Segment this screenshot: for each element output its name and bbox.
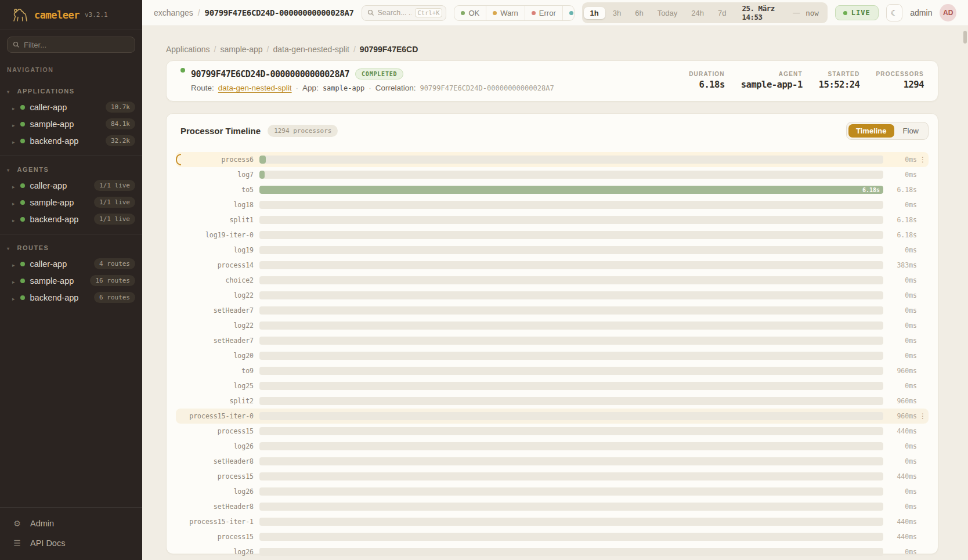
section-header[interactable]: AGENTS xyxy=(0,162,142,177)
timeline-row[interactable]: process15440ms xyxy=(176,529,929,544)
breadcrumb-link[interactable]: sample-app xyxy=(220,45,262,54)
status-dot-icon xyxy=(20,262,25,266)
timeline-row[interactable]: log19-iter-06.18s xyxy=(176,227,929,243)
sidebar: cameleer v3.2.1 NAVIGATION APPLICATIONSc… xyxy=(0,0,142,560)
chevron-right-icon xyxy=(12,102,15,113)
timeline-row[interactable]: split16.18s xyxy=(176,212,929,227)
range-24h[interactable]: 24h xyxy=(685,7,710,19)
sidebar-item-backend-app[interactable]: backend-app6 routes xyxy=(0,289,142,306)
duration-bar-track xyxy=(259,276,883,284)
timeline-row[interactable]: setHeader80ms xyxy=(176,499,929,514)
timeline-row[interactable]: log200ms xyxy=(176,348,929,363)
row-duration: 6.18s xyxy=(888,186,917,194)
sidebar-item-caller-app[interactable]: caller-app1/1 live xyxy=(0,177,142,194)
view-toggle-timeline[interactable]: Timeline xyxy=(848,124,894,138)
stat-label: AGENT xyxy=(779,71,803,77)
sidebar-filter[interactable] xyxy=(7,37,135,53)
status-dot-icon xyxy=(20,295,25,300)
duration-bar-track xyxy=(259,352,883,360)
processor-name: log19 xyxy=(176,246,259,254)
live-indicator[interactable]: LIVE xyxy=(835,5,879,20)
timeline-row[interactable]: log250ms xyxy=(176,378,929,393)
theme-toggle-button[interactable] xyxy=(886,4,903,21)
processor-name: log26 xyxy=(176,487,259,496)
timeline-row[interactable]: log220ms xyxy=(176,288,929,303)
sidebar-item-sample-app[interactable]: sample-app16 routes xyxy=(0,272,142,289)
section-header[interactable]: APPLICATIONS xyxy=(0,84,142,99)
breadcrumb-link[interactable]: data-gen-nested-split xyxy=(273,45,349,54)
timeline-row[interactable]: log190ms xyxy=(176,243,929,258)
filter-input[interactable] xyxy=(24,41,129,49)
live-label: LIVE xyxy=(851,9,871,17)
sidebar-item-caller-app[interactable]: caller-app10.7k xyxy=(0,99,142,115)
timeline-row[interactable]: log260ms xyxy=(176,439,929,454)
sidebar-item-caller-app[interactable]: caller-app4 routes xyxy=(0,255,142,272)
stat-started: STARTED15:52:24 xyxy=(819,71,860,90)
range-7d[interactable]: 7d xyxy=(711,7,732,19)
processor-name: log19-iter-0 xyxy=(176,231,259,239)
time-range-end[interactable]: now xyxy=(803,9,826,17)
search-input[interactable] xyxy=(378,9,411,17)
timeline-row[interactable]: process15-iter-1440ms xyxy=(176,514,929,529)
app-logo[interactable]: cameleer v3.2.1 xyxy=(0,0,142,30)
processor-name: to9 xyxy=(176,367,259,375)
route-link[interactable]: data-gen-nested-split xyxy=(218,84,292,92)
status-filter-ok[interactable]: OK xyxy=(454,6,486,20)
view-toggle-flow[interactable]: Flow xyxy=(895,124,926,138)
avatar[interactable]: AD xyxy=(940,4,956,21)
caret-down-icon xyxy=(7,88,10,95)
timeline-row[interactable]: log70ms xyxy=(176,167,929,182)
status-filter-warn[interactable]: Warn xyxy=(486,6,525,20)
timeline-row[interactable]: setHeader70ms xyxy=(176,333,929,348)
timeline-row[interactable]: process14383ms xyxy=(176,258,929,273)
sidebar-item-sample-app[interactable]: sample-app84.1k xyxy=(0,115,142,132)
row-duration: 0ms xyxy=(888,352,917,360)
status-filter-error[interactable]: Error xyxy=(525,6,562,20)
item-badge: 32.2k xyxy=(106,135,135,146)
breadcrumb-exchanges-link[interactable]: exchanges xyxy=(154,8,193,17)
row-menu-button[interactable] xyxy=(917,412,929,420)
list-icon xyxy=(13,539,21,548)
timeline-row[interactable]: choice20ms xyxy=(176,273,929,288)
timeline-row[interactable]: log220ms xyxy=(176,318,929,333)
sidebar-item-backend-app[interactable]: backend-app32.2k xyxy=(0,132,142,149)
row-duration: 0ms xyxy=(888,442,917,450)
timeline-row[interactable]: setHeader70ms xyxy=(176,303,929,318)
timeline-row[interactable]: setHeader80ms xyxy=(176,454,929,469)
row-menu-button[interactable] xyxy=(917,156,929,164)
breadcrumb-link[interactable]: Applications xyxy=(166,45,210,54)
username: admin xyxy=(910,8,932,17)
timeline-row[interactable]: process15440ms xyxy=(176,469,929,484)
timeline-row[interactable]: process15440ms xyxy=(176,424,929,439)
timeline-row[interactable]: split2960ms xyxy=(176,393,929,409)
timeline-row[interactable]: process15-iter-0960ms xyxy=(176,409,929,424)
duration-bar-track xyxy=(259,518,883,526)
timeline-row[interactable]: log180ms xyxy=(176,197,929,212)
range-1h[interactable]: 1h xyxy=(584,7,605,19)
stat-value: 6.18s xyxy=(699,80,725,90)
timeline-row[interactable]: to9960ms xyxy=(176,363,929,378)
timeline-row[interactable]: log260ms xyxy=(176,544,929,559)
time-range-start[interactable]: 25. März 14:53 xyxy=(734,4,790,21)
footer-item-admin[interactable]: Admin xyxy=(0,514,142,533)
sidebar-item-sample-app[interactable]: sample-app1/1 live xyxy=(0,194,142,211)
stat-value: sample-app-1 xyxy=(741,80,803,90)
duration-bar-track xyxy=(259,457,883,465)
timeline-row[interactable]: to56.18s6.18s xyxy=(176,182,929,197)
caret-down-icon xyxy=(7,166,10,173)
meta-separator xyxy=(369,84,371,92)
sidebar-item-backend-app[interactable]: backend-app1/1 live xyxy=(0,211,142,227)
status-filter-extra[interactable] xyxy=(562,6,575,20)
section-header[interactable]: ROUTES xyxy=(0,240,142,255)
stat-label: PROCESSORS xyxy=(876,71,924,77)
timeline-row[interactable]: log260ms xyxy=(176,484,929,499)
range-today[interactable]: Today xyxy=(651,7,684,19)
row-duration: 0ms xyxy=(888,201,917,209)
page-scrollbar[interactable] xyxy=(963,31,967,44)
footer-item-api-docs[interactable]: API Docs xyxy=(0,533,142,553)
range-6h[interactable]: 6h xyxy=(629,7,649,19)
timeline-row[interactable]: process60ms xyxy=(176,152,929,167)
range-3h[interactable]: 3h xyxy=(606,7,627,19)
camel-logo-icon xyxy=(12,7,29,23)
search-box[interactable]: Ctrl+K xyxy=(362,5,447,21)
